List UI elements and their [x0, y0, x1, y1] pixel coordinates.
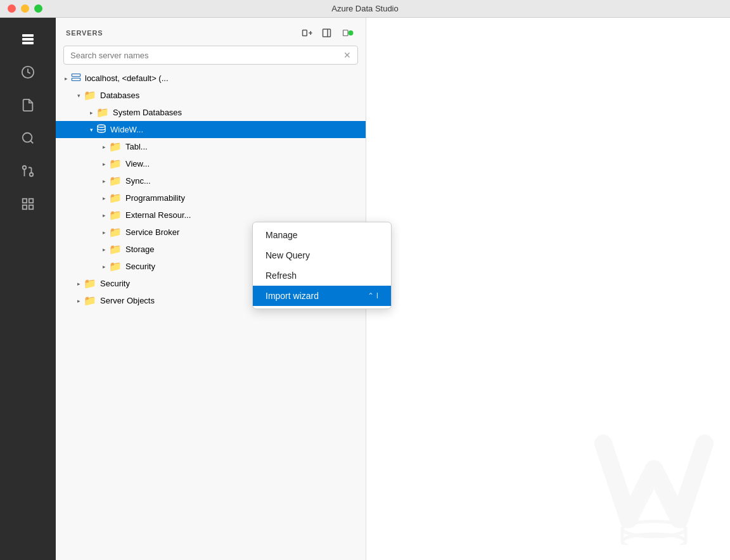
context-menu-manage-label: Manage: [266, 230, 298, 240]
activity-git[interactable]: [13, 156, 43, 186]
app-body: SERVERS: [0, 18, 730, 560]
tree-item-synonyms[interactable]: ▸ 📁 Sync...: [56, 172, 366, 189]
search-input[interactable]: [70, 51, 338, 60]
tree-arrow: ▸: [99, 210, 109, 220]
activity-history[interactable]: [13, 57, 43, 87]
sidebar-header: SERVERS: [56, 18, 366, 46]
folder-icon: 📁: [84, 89, 96, 101]
tree-arrow: ▸: [99, 159, 109, 169]
folder-icon: 📁: [109, 226, 122, 238]
folder-icon: 📁: [109, 175, 122, 187]
tree-label: Programmability: [125, 193, 361, 203]
activity-servers[interactable]: [13, 24, 43, 54]
context-menu-import-wizard-label: Import wizard: [266, 291, 319, 301]
context-menu-refresh-label: Refresh: [266, 270, 297, 281]
svg-rect-18: [343, 30, 349, 36]
sidebar-header-icons: [300, 25, 355, 41]
window-controls: [8, 4, 42, 13]
folder-icon: 📁: [109, 209, 122, 221]
context-menu: Manage New Query Refresh Import wizard ⌃…: [252, 222, 392, 309]
tree-arrow: ▸: [74, 279, 84, 289]
main-content: [366, 18, 730, 560]
activity-bar: [0, 18, 56, 560]
sidebar-title: SERVERS: [66, 29, 103, 37]
tree-label: Databases: [100, 91, 361, 100]
tree-item-wideworld[interactable]: ▾ WideW...: [56, 121, 366, 138]
svg-rect-12: [23, 205, 27, 209]
tree-arrow: ▸: [61, 73, 71, 84]
svg-line-5: [30, 141, 33, 143]
context-menu-refresh[interactable]: Refresh: [253, 265, 391, 286]
activity-extensions[interactable]: [13, 189, 43, 219]
tree-item-programmability[interactable]: ▸ 📁 Programmability: [56, 189, 366, 207]
tree-arrow: ▸: [99, 176, 109, 186]
tree-arrow: ▸: [99, 227, 109, 238]
tree-arrow: ▸: [99, 142, 109, 152]
svg-rect-0: [22, 34, 34, 37]
watermark: [591, 418, 717, 547]
tree-item-localhost[interactable]: ▸ localhost, <default> (...: [56, 70, 366, 87]
context-menu-import-wizard[interactable]: Import wizard ⌃ I: [253, 286, 391, 306]
app-title: Azure Data Studio: [331, 4, 399, 13]
database-icon: [96, 124, 106, 136]
folder-icon: 📁: [96, 106, 109, 118]
tree-label: Sync...: [125, 176, 361, 186]
tree-label: localhost, <default> (...: [85, 73, 361, 83]
search-clear-button[interactable]: ✕: [343, 50, 351, 60]
search-box[interactable]: ✕: [63, 46, 358, 65]
tree-label: System Databases: [113, 108, 361, 117]
new-connection-button[interactable]: [300, 25, 315, 41]
folder-icon: 📁: [109, 243, 122, 255]
svg-rect-1: [22, 38, 34, 41]
tree-arrow: ▸: [99, 245, 109, 255]
tree-item-views[interactable]: ▸ 📁 View...: [56, 155, 366, 172]
tree-label: WideW...: [110, 125, 361, 134]
activity-explorer[interactable]: [13, 90, 43, 120]
tree-label: External Resour...: [125, 210, 361, 220]
tree-arrow: ▾: [74, 91, 84, 101]
minimize-button[interactable]: [21, 4, 29, 13]
svg-rect-21: [72, 74, 80, 77]
tree-item-databases[interactable]: ▾ 📁 Databases: [56, 87, 366, 104]
context-menu-import-wizard-shortcut: ⌃ I: [368, 291, 378, 300]
folder-icon: 📁: [84, 295, 96, 307]
svg-rect-2: [22, 42, 34, 44]
svg-rect-22: [72, 78, 80, 80]
folder-icon: 📁: [109, 141, 122, 153]
svg-point-4: [23, 133, 32, 143]
tree-label: Tabl...: [125, 142, 361, 151]
server-icon: [71, 72, 81, 84]
tree-label: View...: [125, 159, 361, 169]
svg-rect-10: [29, 199, 33, 203]
activity-search[interactable]: [13, 123, 43, 153]
svg-rect-13: [303, 30, 307, 36]
folder-icon: 📁: [109, 192, 122, 204]
tree-arrow: ▸: [99, 262, 109, 272]
tree-arrow: ▸: [74, 296, 84, 306]
tree-item-tables[interactable]: ▸ 📁 Tabl...: [56, 138, 366, 155]
maximize-button[interactable]: [34, 4, 42, 13]
tree-arrow: ▾: [86, 125, 96, 135]
svg-point-7: [23, 166, 27, 170]
tree-item-external-resources[interactable]: ▸ 📁 External Resour...: [56, 207, 366, 224]
folder-icon: 📁: [84, 277, 96, 290]
title-bar: Azure Data Studio: [0, 0, 730, 18]
tree-arrow: ▸: [99, 193, 109, 203]
sidebar: SERVERS: [56, 18, 366, 560]
folder-icon: 📁: [109, 158, 122, 170]
svg-rect-9: [23, 199, 27, 203]
svg-rect-11: [29, 205, 33, 209]
close-button[interactable]: [8, 4, 16, 13]
tree-item-system-databases[interactable]: ▸ 📁 System Databases: [56, 104, 366, 121]
context-menu-manage[interactable]: Manage: [253, 225, 391, 245]
svg-point-20: [350, 32, 352, 34]
new-query-button[interactable]: [320, 25, 335, 41]
svg-rect-16: [323, 29, 331, 37]
folder-icon: 📁: [109, 260, 122, 272]
svg-point-23: [98, 125, 105, 127]
connect-button[interactable]: [340, 25, 355, 41]
context-menu-new-query-label: New Query: [266, 250, 310, 260]
context-menu-new-query[interactable]: New Query: [253, 245, 391, 265]
server-tree: ▸ localhost, <default> (... ▾ 📁 Database…: [56, 70, 366, 560]
tree-arrow: ▸: [86, 108, 96, 118]
